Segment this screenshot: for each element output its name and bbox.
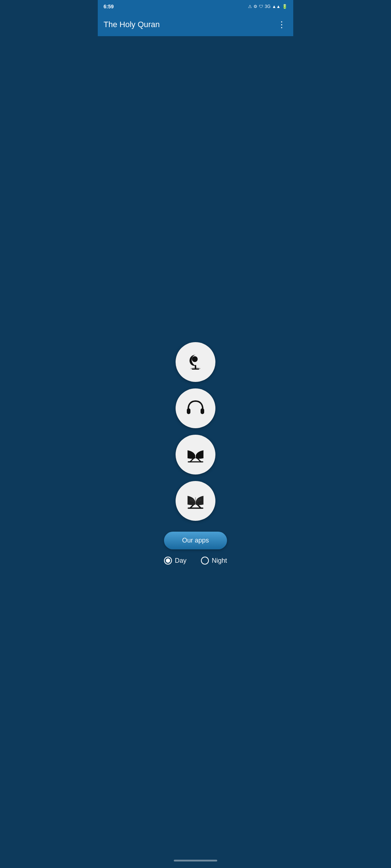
more-options-icon[interactable]: ⋮ bbox=[276, 18, 287, 31]
day-label: Day bbox=[175, 557, 186, 565]
status-time: 6:59 bbox=[104, 4, 114, 9]
audio-button[interactable] bbox=[176, 388, 215, 428]
quran-read-button[interactable] bbox=[176, 435, 215, 475]
quran-stand-icon bbox=[185, 490, 206, 512]
svg-rect-6 bbox=[201, 408, 204, 414]
warning-icon: ⚠ bbox=[248, 4, 252, 9]
bottom-section: Our apps Day Night bbox=[164, 528, 227, 572]
day-radio[interactable] bbox=[164, 557, 172, 565]
our-apps-button[interactable]: Our apps bbox=[164, 532, 227, 549]
quran-open-icon bbox=[185, 444, 206, 465]
shield-icon: 🛡 bbox=[259, 4, 263, 9]
theme-selector: Day Night bbox=[164, 557, 227, 565]
main-content: Our apps Day Night bbox=[98, 36, 293, 856]
quran-study-button[interactable] bbox=[176, 481, 215, 521]
app-bar: The Holy Quran ⋮ bbox=[98, 13, 293, 36]
icons-group bbox=[176, 342, 215, 521]
status-icons: ⚠ ⚙ 🛡 3G ▲▲ 🔋 bbox=[248, 4, 287, 9]
home-indicator bbox=[98, 856, 293, 865]
signal-icon: ▲▲ bbox=[272, 4, 281, 9]
mosque-button[interactable] bbox=[176, 342, 215, 382]
svg-rect-5 bbox=[187, 408, 190, 414]
settings-icon: ⚙ bbox=[253, 4, 257, 9]
night-label: Night bbox=[212, 557, 227, 565]
data-icon: 3G bbox=[265, 4, 270, 9]
battery-icon: 🔋 bbox=[282, 4, 287, 9]
home-bar bbox=[174, 860, 217, 861]
night-option[interactable]: Night bbox=[201, 557, 227, 565]
svg-rect-2 bbox=[192, 369, 199, 370]
mosque-icon bbox=[185, 351, 206, 373]
app-title: The Holy Quran bbox=[104, 20, 160, 29]
svg-point-4 bbox=[192, 356, 198, 362]
night-radio[interactable] bbox=[201, 557, 209, 565]
headphones-icon bbox=[185, 397, 206, 419]
day-option[interactable]: Day bbox=[164, 557, 186, 565]
status-bar: 6:59 ⚠ ⚙ 🛡 3G ▲▲ 🔋 bbox=[98, 0, 293, 13]
